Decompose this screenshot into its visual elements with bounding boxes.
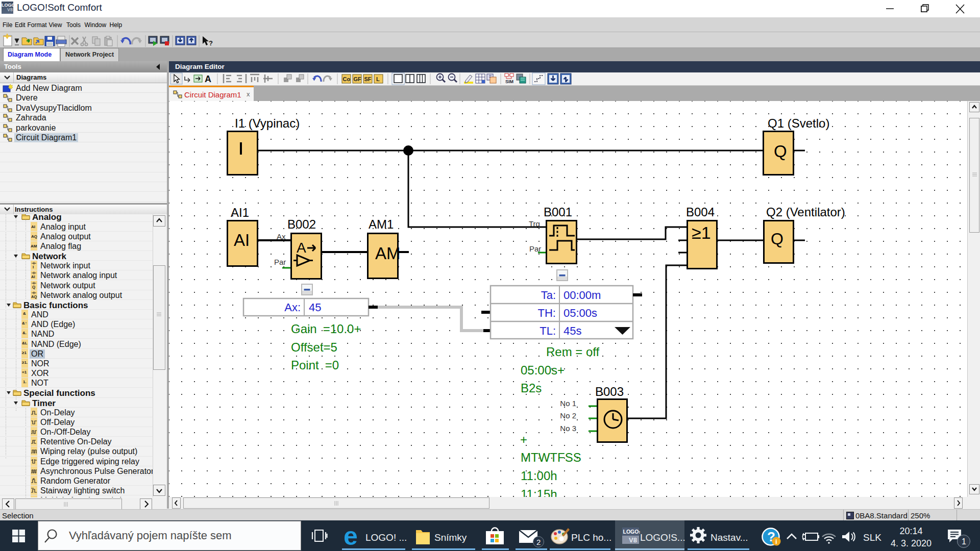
svg-text:AI1: AI1 (231, 206, 249, 219)
svg-text:LOGO!: LOGO! (623, 529, 641, 535)
svg-text:No 2: No 2 (560, 411, 576, 420)
svg-text:=1: =1 (22, 370, 27, 374)
svg-text:PLC ho...: PLC ho... (571, 532, 611, 543)
svg-text:Snímky: Snímky (434, 532, 467, 543)
svg-text:AQ: AQ (31, 294, 37, 299)
svg-text:e: e (344, 522, 358, 550)
svg-text:45s: 45s (564, 324, 581, 337)
svg-text:Ax: Ax (277, 232, 286, 241)
svg-text:AI: AI (234, 231, 250, 249)
svg-text:1: 1 (962, 537, 966, 546)
svg-text:11:00h: 11:00h (521, 469, 557, 483)
svg-text:Gain =10.0+: Gain =10.0+ (291, 322, 361, 336)
svg-text:&.: &. (22, 331, 27, 335)
svg-text:MTWTFSS: MTWTFSS (521, 450, 581, 464)
svg-text:≥1.: ≥1. (22, 360, 28, 365)
svg-text:4. 3. 2020: 4. 3. 2020 (891, 538, 932, 548)
svg-text:+: + (520, 433, 527, 446)
svg-text:TL:: TL: (540, 324, 556, 337)
svg-text:&↑: &↑ (22, 321, 27, 325)
svg-text:05:00s+: 05:00s+ (521, 363, 565, 377)
svg-text:Nastav...: Nastav... (710, 532, 748, 543)
svg-text:Q: Q (774, 142, 787, 161)
svg-text:20:14: 20:14 (899, 526, 922, 536)
svg-text:B004: B004 (686, 205, 715, 219)
svg-text:B2s: B2s (521, 381, 542, 395)
svg-text:00:00m: 00:00m (564, 289, 601, 302)
svg-text:V8: V8 (629, 536, 637, 544)
svg-text:Ax:: Ax: (284, 301, 301, 314)
svg-text:LOGO! ...: LOGO! ... (365, 532, 407, 543)
svg-text:&L: &L (22, 341, 28, 345)
svg-text:A: A (297, 240, 306, 256)
svg-text:2: 2 (536, 538, 541, 546)
svg-text:Q: Q (32, 285, 35, 289)
svg-text:Q1 (Svetlo): Q1 (Svetlo) (768, 116, 829, 130)
svg-text:AM: AM (375, 244, 401, 263)
svg-text:45: 45 (309, 301, 321, 314)
svg-text:i: i (775, 538, 777, 545)
svg-text:I1 (Vypinac): I1 (Vypinac) (235, 116, 300, 130)
svg-text:≥1: ≥1 (692, 223, 711, 242)
svg-text:Par: Par (529, 244, 541, 253)
svg-text:LOGO!S...: LOGO!S... (640, 532, 685, 543)
svg-text:B002: B002 (287, 217, 316, 231)
svg-text:1.: 1. (23, 380, 27, 384)
svg-text:SIM: SIM (505, 79, 513, 84)
svg-text:Co: Co (343, 76, 351, 82)
svg-text:AM: AM (31, 244, 37, 248)
svg-text:I: I (33, 265, 34, 269)
svg-text:L: L (376, 76, 380, 82)
svg-text:05:00s: 05:00s (564, 307, 597, 319)
svg-text:B003: B003 (595, 385, 624, 398)
svg-text:No 1: No 1 (560, 399, 576, 408)
svg-text:TH:: TH: (538, 307, 556, 319)
svg-text:Rem = off: Rem = off (546, 345, 600, 359)
svg-text:≥1: ≥1 (22, 350, 27, 355)
svg-text:AI: AI (31, 274, 35, 279)
svg-text:?: ? (209, 39, 213, 47)
svg-text:A: A (205, 74, 211, 84)
svg-text:GF: GF (354, 76, 362, 82)
svg-text:No 3: No 3 (560, 424, 576, 433)
svg-text:&: & (23, 311, 26, 316)
svg-text:SLK: SLK (863, 532, 881, 543)
svg-text:AM1: AM1 (369, 217, 394, 231)
svg-text:11:15h: 11:15h (521, 487, 557, 497)
svg-text:Q2 (Ventilator): Q2 (Ventilator) (766, 205, 845, 219)
svg-text:Point =0: Point =0 (291, 358, 339, 372)
svg-text:SF: SF (364, 76, 372, 82)
svg-text:Trg: Trg (529, 219, 540, 228)
svg-text:Ta:: Ta: (541, 289, 556, 302)
svg-text:AQ: AQ (31, 234, 37, 239)
svg-text:Q: Q (771, 230, 783, 248)
svg-text:B001: B001 (544, 205, 572, 219)
svg-text:Offset=5: Offset=5 (291, 340, 337, 354)
svg-text:AI: AI (31, 224, 35, 229)
svg-text:Par: Par (274, 258, 286, 266)
